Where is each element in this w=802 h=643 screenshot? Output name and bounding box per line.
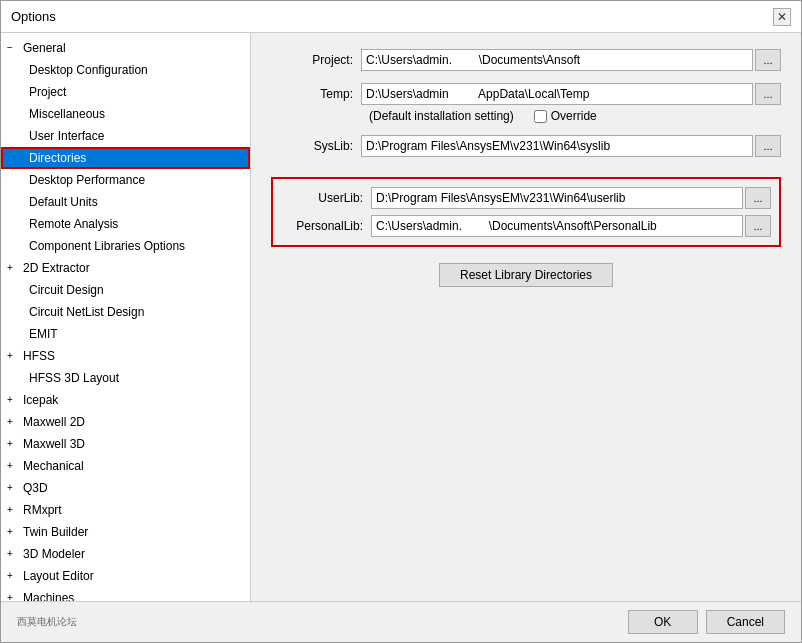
temp-browse-btn[interactable]: ...: [755, 83, 781, 105]
sidebar-item-component-libraries[interactable]: Component Libraries Options: [1, 235, 250, 257]
mx2d-expand-icon: +: [7, 413, 21, 431]
override-group: Override: [534, 109, 597, 123]
personallib-row: PersonalLib: ...: [281, 215, 771, 237]
emit-label: EMIT: [29, 325, 58, 343]
ui-label: User Interface: [29, 127, 104, 145]
mech-expand-icon: +: [7, 457, 21, 475]
sidebar-item-hfss[interactable]: + HFSS: [1, 345, 250, 367]
temp-sub-row: (Default installation setting) Override: [369, 109, 781, 123]
sidebar-item-project[interactable]: Project: [1, 81, 250, 103]
watermark: 西莫电机论坛: [17, 615, 77, 629]
reset-library-btn[interactable]: Reset Library Directories: [439, 263, 613, 287]
sidebar-item-maxwell2d[interactable]: + Maxwell 2D: [1, 411, 250, 433]
mod3d-expand-icon: +: [7, 545, 21, 563]
temp-input[interactable]: [361, 83, 753, 105]
sidebar-item-circuit-design[interactable]: Circuit Design: [1, 279, 250, 301]
2d-label: 2D Extractor: [23, 259, 90, 277]
project-row: Project: ...: [271, 49, 781, 71]
personallib-input-group: ...: [371, 215, 771, 237]
2d-expand-icon: +: [7, 259, 21, 277]
userlib-input-group: ...: [371, 187, 771, 209]
netlist-label: Circuit NetList Design: [29, 303, 144, 321]
sidebar-item-desktop-performance[interactable]: Desktop Performance: [1, 169, 250, 191]
project-field-label: Project:: [271, 53, 361, 67]
sidebar-item-q3d[interactable]: + Q3D: [1, 477, 250, 499]
machines-expand-icon: +: [7, 589, 21, 601]
userlib-field-label: UserLib:: [281, 191, 371, 205]
rmx-label: RMxprt: [23, 501, 62, 519]
sidebar-item-circuit-netlist[interactable]: Circuit NetList Design: [1, 301, 250, 323]
hfss-label: HFSS: [23, 347, 55, 365]
misc-label: Miscellaneous: [29, 105, 105, 123]
sidebar-item-twin-builder[interactable]: + Twin Builder: [1, 521, 250, 543]
twin-label: Twin Builder: [23, 523, 88, 541]
temp-field-label: Temp:: [271, 87, 361, 101]
directories-label: Directories: [29, 149, 86, 167]
comp-lib-label: Component Libraries Options: [29, 237, 185, 255]
sidebar-item-directories[interactable]: Directories: [1, 147, 250, 169]
syslib-field-label: SysLib:: [271, 139, 361, 153]
sidebar-item-mechanical[interactable]: + Mechanical: [1, 455, 250, 477]
project-browse-btn[interactable]: ...: [755, 49, 781, 71]
userlib-input[interactable]: [371, 187, 743, 209]
q3d-label: Q3D: [23, 479, 48, 497]
hfss-expand-icon: +: [7, 347, 21, 365]
left-panel: − General Desktop Configuration Project …: [1, 33, 251, 601]
sidebar-item-emit[interactable]: EMIT: [1, 323, 250, 345]
syslib-input[interactable]: [361, 135, 753, 157]
project-input-group: ...: [361, 49, 781, 71]
sidebar-item-remote-analysis[interactable]: Remote Analysis: [1, 213, 250, 235]
personallib-input[interactable]: [371, 215, 743, 237]
desktop-config-label: Desktop Configuration: [29, 61, 148, 79]
sidebar-item-general[interactable]: − General: [1, 37, 250, 59]
remote-label: Remote Analysis: [29, 215, 118, 233]
icepak-expand-icon: +: [7, 391, 21, 409]
options-dialog: Options ✕ − General Desktop Configuratio…: [0, 0, 802, 643]
sidebar-item-maxwell3d[interactable]: + Maxwell 3D: [1, 433, 250, 455]
sidebar-item-desktop-config[interactable]: Desktop Configuration: [1, 59, 250, 81]
reset-btn-container: Reset Library Directories: [271, 263, 781, 287]
sidebar-item-default-units[interactable]: Default Units: [1, 191, 250, 213]
circuit-label: Circuit Design: [29, 281, 104, 299]
sidebar-item-machines[interactable]: + Machines: [1, 587, 250, 601]
perf-label: Desktop Performance: [29, 171, 145, 189]
personallib-field-label: PersonalLib:: [281, 219, 371, 233]
library-section: UserLib: ... PersonalLib: ...: [271, 177, 781, 247]
sidebar-item-2d-extractor[interactable]: + 2D Extractor: [1, 257, 250, 279]
mx3d-label: Maxwell 3D: [23, 435, 85, 453]
close-button[interactable]: ✕: [773, 8, 791, 26]
sidebar-item-layout-editor[interactable]: + Layout Editor: [1, 565, 250, 587]
ok-button[interactable]: OK: [628, 610, 698, 634]
mech-label: Mechanical: [23, 457, 84, 475]
syslib-browse-btn[interactable]: ...: [755, 135, 781, 157]
userlib-row: UserLib: ...: [281, 187, 771, 209]
project-label-tree: Project: [29, 83, 66, 101]
sidebar-item-miscellaneous[interactable]: Miscellaneous: [1, 103, 250, 125]
bottom-bar: 西莫电机论坛 OK Cancel: [1, 601, 801, 642]
icepak-label: Icepak: [23, 391, 58, 409]
override-checkbox[interactable]: [534, 110, 547, 123]
personallib-browse-btn[interactable]: ...: [745, 215, 771, 237]
layout-label: Layout Editor: [23, 567, 94, 585]
q3d-expand-icon: +: [7, 479, 21, 497]
userlib-browse-btn[interactable]: ...: [745, 187, 771, 209]
twin-expand-icon: +: [7, 523, 21, 541]
sidebar-item-user-interface[interactable]: User Interface: [1, 125, 250, 147]
project-input[interactable]: [361, 49, 753, 71]
general-label: General: [23, 39, 66, 57]
title-bar: Options ✕: [1, 1, 801, 33]
hfss3d-label: HFSS 3D Layout: [29, 369, 119, 387]
mod3d-label: 3D Modeler: [23, 545, 85, 563]
sidebar-item-icepak[interactable]: + Icepak: [1, 389, 250, 411]
dialog-title: Options: [11, 9, 56, 24]
machines-label: Machines: [23, 589, 74, 601]
cancel-button[interactable]: Cancel: [706, 610, 785, 634]
mx2d-label: Maxwell 2D: [23, 413, 85, 431]
mx3d-expand-icon: +: [7, 435, 21, 453]
temp-input-group: ...: [361, 83, 781, 105]
layout-expand-icon: +: [7, 567, 21, 585]
sidebar-item-3d-modeler[interactable]: + 3D Modeler: [1, 543, 250, 565]
sidebar-item-hfss3d[interactable]: HFSS 3D Layout: [1, 367, 250, 389]
general-expand-icon: −: [7, 39, 21, 57]
sidebar-item-rmxprt[interactable]: + RMxprt: [1, 499, 250, 521]
